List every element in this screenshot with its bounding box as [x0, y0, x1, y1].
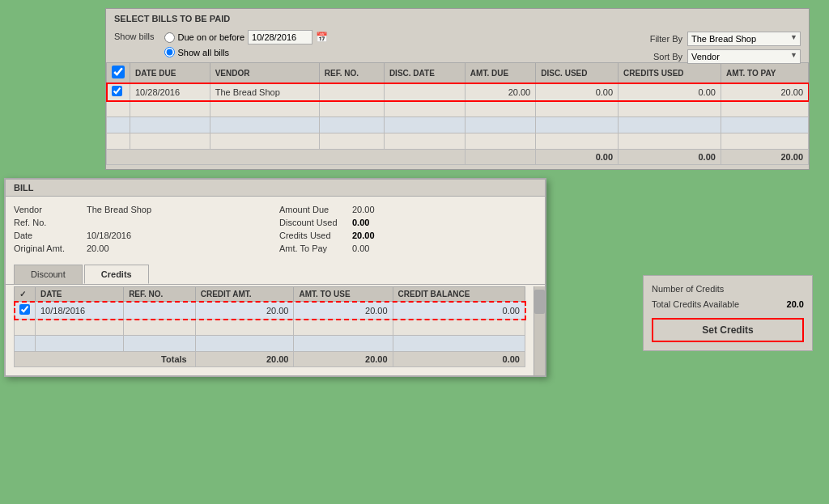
row-disc-used: 0.00	[536, 83, 619, 101]
discount-used-value: 0.00	[352, 218, 369, 227]
amt-to-pay-value: 0.00	[352, 244, 369, 253]
col-date-due: DATE DUE	[130, 63, 210, 83]
vendor-label: Vendor	[14, 205, 79, 214]
filter-by-select[interactable]: The Bread Shop	[687, 32, 801, 46]
filter-by-label: Filter By	[646, 34, 682, 44]
due-on-before-label: Due on or before	[178, 32, 245, 42]
table-row[interactable]: 10/28/2016 The Bread Shop 20.00 0.00 0.0…	[107, 83, 809, 101]
col-disc-used: DISC. USED	[536, 63, 619, 83]
credits-used-label: Credits Used	[279, 231, 344, 240]
total-credits-label: Total Credits Available	[652, 299, 739, 309]
amt-to-pay-label: Amt. To Pay	[279, 244, 344, 253]
table-row-empty	[107, 117, 809, 133]
row-checkbox[interactable]	[112, 86, 122, 96]
original-amt-label: Original Amt.	[14, 244, 79, 253]
ref-no-label: Ref. No.	[14, 218, 79, 227]
row-disc-date	[384, 83, 465, 101]
due-on-before-radio[interactable]	[164, 32, 175, 43]
row-credits-used: 0.00	[619, 83, 721, 101]
credits-used-value: 20.00	[352, 231, 375, 240]
calendar-icon[interactable]: 📅	[316, 32, 328, 43]
credits-col-check: ✓	[15, 287, 36, 302]
original-amt-value: 20.00	[87, 244, 109, 253]
credits-row-balance: 0.00	[393, 302, 525, 320]
credits-row-empty	[15, 336, 525, 352]
credits-row-empty	[15, 320, 525, 336]
row-amt-due: 20.00	[465, 83, 535, 101]
discount-used-label: Discount Used	[279, 218, 344, 227]
row-date-due: 10/28/2016	[130, 83, 210, 101]
credits-col-credit-amt: CREDIT AMT.	[195, 287, 294, 302]
row-vendor: The Bread Shop	[210, 83, 319, 101]
col-disc-date: DISC. DATE	[384, 63, 465, 83]
credits-row-checkbox[interactable]	[19, 304, 30, 315]
date-input[interactable]	[248, 30, 312, 44]
scrollbar-thumb[interactable]	[534, 290, 545, 314]
sort-by-label: Sort By	[646, 52, 682, 61]
show-all-bills-radio[interactable]	[164, 47, 175, 57]
col-amt-due: AMT. DUE	[465, 63, 535, 83]
date-label: Date	[14, 231, 79, 240]
total-credits-value: 20.0	[787, 299, 804, 311]
select-bills-header: SELECT BILLS TO BE PAID	[106, 9, 809, 27]
amount-due-value: 20.00	[352, 205, 375, 214]
col-ref-no: REF. NO.	[319, 63, 384, 83]
scrollbar[interactable]	[534, 286, 545, 375]
set-credits-button[interactable]: Set Credits	[652, 318, 804, 342]
credits-row-amt-to-use: 20.00	[294, 302, 393, 320]
sort-by-select[interactable]: Vendor	[687, 49, 801, 64]
bill-panel-header: BILL	[6, 180, 545, 197]
select-all-checkbox[interactable]	[112, 66, 125, 78]
col-credits-used: CREDITS USED	[619, 63, 721, 83]
date-value: 10/18/2016	[87, 231, 131, 240]
vendor-value: The Bread Shop	[87, 205, 151, 214]
col-vendor: VENDOR	[210, 63, 319, 83]
credits-totals-row: Totals 20.00 20.00 0.00	[15, 352, 525, 367]
table-row-empty	[107, 133, 809, 150]
totals-row: 0.00 0.00 20.00	[107, 150, 809, 165]
credits-col-date: DATE	[36, 287, 124, 302]
col-amt-to-pay: AMT. TO PAY	[721, 63, 808, 83]
tab-credits[interactable]: Credits	[84, 265, 149, 284]
credits-row[interactable]: 10/18/2016 20.00 20.00 0.00	[15, 302, 525, 320]
show-all-bills-label: Show all bills	[178, 48, 230, 57]
show-bills-label: Show bills	[114, 32, 155, 41]
tab-discount[interactable]: Discount	[14, 265, 83, 284]
credits-col-balance: CREDIT BALANCE	[393, 287, 525, 302]
credits-row-ref	[124, 302, 196, 320]
credits-col-ref: REF. NO.	[124, 287, 196, 302]
credits-row-credit-amt: 20.00	[195, 302, 294, 320]
number-of-credits-label: Number of Credits	[652, 284, 724, 294]
row-ref-no	[319, 83, 384, 101]
row-amt-to-pay: 20.00	[721, 83, 808, 101]
credits-row-date: 10/18/2016	[36, 302, 124, 320]
table-row-empty	[107, 101, 809, 117]
amount-due-label: Amount Due	[279, 205, 344, 214]
credits-col-amt-to-use: AMT. TO USE	[294, 287, 393, 302]
